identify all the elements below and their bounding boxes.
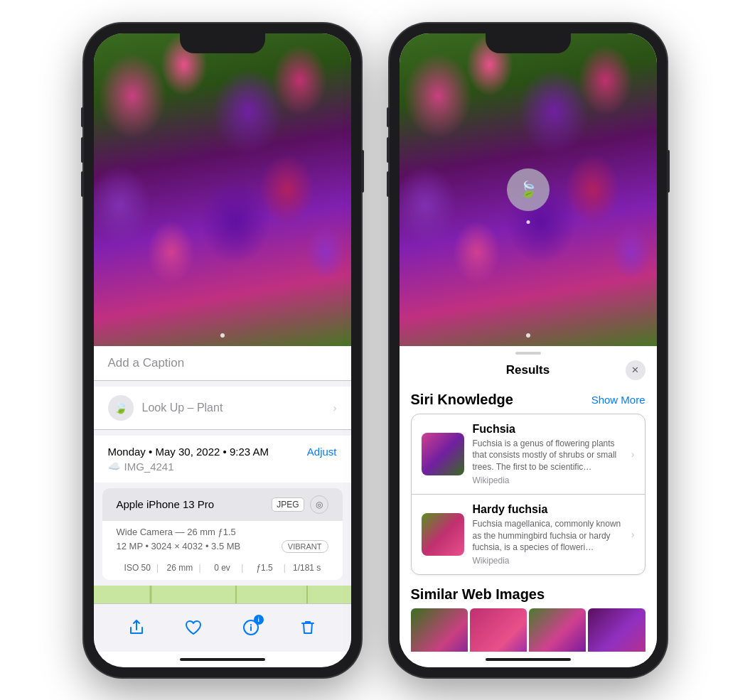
filename: IMG_4241 (124, 461, 174, 473)
fuchsia-source: Wikipedia (473, 475, 623, 485)
exif-ev: 0 ev (201, 563, 244, 573)
resolution-info: 12 MP • 3024 × 4032 • 3.5 MB (117, 541, 241, 551)
photo-display[interactable] (94, 33, 351, 346)
visual-lookup-icon: 🍃 (518, 181, 537, 199)
hardy-source: Wikipedia (473, 556, 623, 566)
visual-lookup-button[interactable]: 🍃 (507, 168, 550, 211)
caption-placeholder[interactable]: Add a Caption (108, 356, 185, 370)
location-badge: ◎ (310, 495, 328, 514)
fuchsia-desc: Fuchsia is a genus of flowering plants t… (473, 438, 623, 473)
hardy-chevron-icon: › (631, 529, 635, 540)
lookup-label: Look Up – Plant (142, 402, 223, 414)
lens-info: Wide Camera — 26 mm ƒ1.5 (117, 527, 328, 537)
photo-date: Monday • May 30, 2022 • 9:23 AM (108, 446, 269, 458)
fuchsia-thumbnail (422, 433, 464, 475)
knowledge-item-fuchsia[interactable]: Fuchsia Fuchsia is a genus of flowering … (412, 414, 645, 495)
phone2-home-bar (400, 652, 657, 667)
home-indicator (180, 658, 265, 661)
phone2-photo-display[interactable]: 🍃 (400, 33, 657, 346)
phone2-volume-up[interactable] (387, 137, 390, 163)
results-header: Results ✕ (400, 355, 657, 383)
hardy-text: Hardy fuchsia Fuchsia magellanica, commo… (473, 503, 623, 566)
map-area[interactable] (94, 586, 351, 603)
resolution-row: 12 MP • 3024 × 4032 • 3.5 MB VIBRANT (117, 540, 328, 553)
format-badge: JPEG (272, 497, 304, 512)
phone-2: 🍃 Results ✕ Siri Knowledge Show More (390, 23, 667, 677)
exif-shutter: 1/181 s (286, 563, 328, 573)
hardy-thumbnail (422, 513, 464, 556)
results-content: Siri Knowledge Show More Fuchsia Fuchsia… (400, 383, 657, 652)
cloud-icon: ☁️ (108, 461, 120, 472)
info-button[interactable]: i (235, 612, 267, 643)
meta-section: Monday • May 30, 2022 • 9:23 AM Adjust ☁… (94, 436, 351, 483)
delete-button[interactable] (292, 612, 323, 643)
fuchsia-name: Fuchsia (473, 423, 623, 436)
phone2-volume-down[interactable] (387, 171, 390, 197)
camera-specs: Wide Camera — 26 mm ƒ1.5 12 MP • 3024 × … (102, 521, 343, 559)
fuchsia-text: Fuchsia Fuchsia is a genus of flowering … (473, 423, 623, 485)
silent-switch[interactable] (81, 107, 84, 127)
siri-knowledge-title: Siri Knowledge (411, 392, 513, 408)
lookup-chevron-icon: › (333, 402, 337, 414)
similar-image-3[interactable] (529, 608, 586, 651)
lookup-icon: 🍃 (108, 395, 134, 421)
device-badges: JPEG ◎ (272, 495, 328, 514)
hardy-desc: Fuchsia magellanica, commonly known as t… (473, 518, 623, 554)
phone2-silent-switch[interactable] (387, 107, 390, 127)
similar-image-2[interactable] (470, 608, 527, 651)
notch (180, 33, 265, 53)
knowledge-card: Fuchsia Fuchsia is a genus of flowering … (411, 414, 645, 576)
fuchsia-chevron-icon: › (631, 448, 635, 460)
exif-iso: ISO 50 (117, 563, 159, 573)
adjust-button[interactable]: Adjust (307, 446, 337, 458)
results-close-button[interactable]: ✕ (626, 360, 645, 380)
caption-section[interactable]: Add a Caption (94, 346, 351, 381)
svg-rect-0 (94, 586, 351, 603)
siri-knowledge-header: Siri Knowledge Show More (411, 392, 645, 408)
hardy-name: Hardy fuchsia (473, 503, 623, 516)
phone2-notch (486, 33, 571, 53)
photo-indicator-dot (220, 333, 225, 338)
similar-title: Similar Web Images (411, 586, 645, 603)
similar-images-grid (411, 608, 645, 651)
home-bar (94, 652, 351, 667)
knowledge-item-hardy[interactable]: Hardy fuchsia Fuchsia magellanica, commo… (412, 495, 645, 574)
fuchsia-thumb-image (422, 433, 464, 475)
vibrant-badge: VIBRANT (282, 540, 328, 553)
info-area: Add a Caption 🍃 Look Up – Plant › Monday… (94, 346, 351, 603)
exif-focal: 26 mm (159, 563, 201, 573)
exif-aperture: ƒ1.5 (243, 563, 286, 573)
exif-row: ISO 50 26 mm 0 ev ƒ1.5 1/181 s (102, 559, 343, 580)
results-title: Results (431, 363, 626, 377)
phone2-photo-dot (526, 333, 530, 338)
share-button[interactable] (121, 612, 152, 643)
phone2-home-indicator (486, 658, 571, 661)
device-section: Apple iPhone 13 Pro JPEG ◎ Wide Camera —… (102, 488, 343, 580)
device-row: Apple iPhone 13 Pro JPEG ◎ (102, 488, 343, 521)
similar-image-1[interactable] (411, 608, 468, 651)
similar-image-4[interactable] (588, 608, 645, 651)
power-button[interactable] (361, 150, 364, 193)
info-badge: i (254, 615, 264, 625)
results-panel: Results ✕ Siri Knowledge Show More (400, 346, 657, 652)
device-name: Apple iPhone 13 Pro (117, 498, 215, 510)
show-more-button[interactable]: Show More (591, 394, 645, 406)
flower-image (94, 33, 351, 346)
visual-lookup-dot (526, 220, 530, 224)
phone-1: Add a Caption 🍃 Look Up – Plant › Monday… (84, 23, 361, 677)
similar-section: Similar Web Images (411, 586, 645, 651)
favorite-button[interactable] (178, 612, 209, 643)
volume-up-button[interactable] (81, 137, 84, 163)
hardy-thumb-image (422, 513, 464, 556)
phone2-power-button[interactable] (667, 150, 670, 193)
lookup-row[interactable]: 🍃 Look Up – Plant › (94, 387, 351, 430)
bottom-toolbar: i (94, 603, 351, 652)
volume-down-button[interactable] (81, 171, 84, 197)
